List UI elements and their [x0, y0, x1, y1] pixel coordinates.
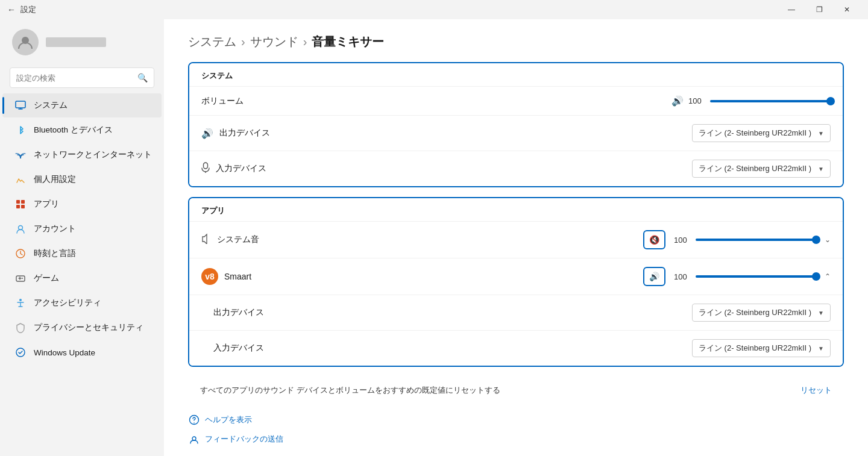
smaart-input-caret: ▼ [818, 345, 824, 352]
back-button[interactable]: ← [7, 5, 16, 14]
sidebar-item-system[interactable]: システム [2, 93, 162, 117]
sidebar-item-personalization[interactable]: 個人用設定 [2, 167, 162, 192]
sidebar-item-time-label: 時刻と言語 [34, 248, 76, 259]
sidebar-item-accounts[interactable]: アカウント [2, 217, 162, 241]
volume-text: ボリューム [201, 96, 244, 107]
user-name [46, 37, 106, 47]
reset-button[interactable]: リセット [800, 385, 832, 396]
reset-label: すべてのアプリのサウンド デバイスとボリュームをおすすめの既定値にリセットする [200, 385, 500, 396]
sidebar-item-network-label: ネットワークとインターネット [34, 149, 152, 160]
maximize-button[interactable]: ❐ [805, 0, 833, 19]
apps-card-header: アプリ [189, 198, 843, 221]
sidebar-item-privacy[interactable]: プライバシーとセキュリティ [2, 316, 162, 340]
system-card-header: システム [189, 63, 843, 86]
breadcrumb-current: 音量ミキサー [312, 34, 384, 50]
svg-point-11 [19, 299, 22, 301]
sidebar-item-windows-update[interactable]: Windows Update [2, 340, 162, 364]
input-device-value: ライン (2- Steinberg UR22mkII ) [699, 163, 811, 174]
breadcrumb: システム › サウンド › 音量ミキサー [188, 34, 844, 50]
feedback-text: フィードバックの送信 [205, 434, 283, 445]
input-label: 入力デバイス [201, 162, 274, 175]
accounts-icon [14, 223, 27, 235]
smaart-input-label: 入力デバイス [213, 343, 286, 354]
smaart-expanded: 出力デバイス ライン (2- Steinberg UR22mkII ) ▼ 入力… [189, 295, 843, 366]
search-icon[interactable]: 🔍 [137, 73, 148, 83]
search-box[interactable]: 🔍 [10, 67, 154, 88]
search-input[interactable] [16, 73, 137, 83]
sidebar-item-personalization-label: 個人用設定 [34, 174, 76, 185]
sidebar-item-accessibility[interactable]: アクセシビリティ [2, 291, 162, 315]
volume-thumb[interactable] [826, 97, 835, 105]
sidebar-item-accounts-label: アカウント [34, 223, 76, 234]
input-text: 入力デバイス [216, 163, 266, 174]
help-link[interactable]: ヘルプを表示 [188, 414, 844, 426]
sidebar-nav: システム Bluetooth とデバイス [0, 93, 164, 365]
smaart-output-value: ライン (2- Steinberg UR22mkII ) [699, 307, 811, 318]
smaart-input-dropdown[interactable]: ライン (2- Steinberg UR22mkII ) ▼ [692, 339, 831, 357]
sidebar: 🔍 システム Bluet [0, 19, 164, 456]
system-sound-icon [201, 233, 211, 246]
feedback-link[interactable]: フィードバックの送信 [188, 433, 844, 445]
time-icon [14, 248, 27, 260]
sidebar-item-system-label: システム [34, 100, 68, 111]
system-sound-chevron[interactable]: ⌄ [825, 236, 831, 244]
sidebar-item-privacy-label: プライバシーとセキュリティ [34, 322, 143, 333]
volume-row: ボリューム 🔊 100 [189, 86, 843, 115]
input-device-selector: ライン (2- Steinberg UR22mkII ) ▼ [692, 160, 831, 178]
output-device-row: 🔊 出力デバイス ライン (2- Steinberg UR22mkII ) ▼ [189, 115, 843, 151]
network-icon [14, 149, 27, 161]
sidebar-item-gaming[interactable]: ゲーム [2, 266, 162, 290]
gaming-icon [14, 272, 27, 284]
sidebar-item-network[interactable]: ネットワークとインターネット [2, 143, 162, 167]
input-device-dropdown[interactable]: ライン (2- Steinberg UR22mkII ) ▼ [692, 160, 831, 178]
smaart-output-row: 出力デバイス ライン (2- Steinberg UR22mkII ) ▼ [189, 295, 843, 330]
privacy-icon [14, 322, 27, 334]
user-section [0, 19, 164, 65]
breadcrumb-system[interactable]: システム [188, 34, 236, 50]
svg-point-16 [192, 437, 196, 440]
smaart-row: v8 Smaart 🔊 100 ⌃ [189, 258, 843, 295]
svg-rect-6 [21, 205, 25, 208]
svg-rect-4 [21, 200, 25, 204]
smaart-sound-icon[interactable]: 🔊 [649, 272, 659, 281]
volume-fill [710, 100, 831, 102]
smaart-slider[interactable] [696, 275, 816, 278]
footer-links: ヘルプを表示 フィードバックの送信 [188, 404, 844, 445]
output-label: 🔊 出力デバイス [201, 128, 274, 139]
volume-label: ボリューム [201, 96, 274, 107]
personalization-icon [14, 173, 27, 186]
sidebar-item-apps[interactable]: アプリ [2, 192, 162, 216]
sidebar-item-bluetooth[interactable]: Bluetooth とデバイス [2, 118, 162, 142]
volume-icon[interactable]: 🔊 [671, 95, 684, 107]
system-sound-thumb[interactable] [812, 236, 820, 244]
system-sound-slider[interactable] [696, 239, 816, 241]
volume-value: 100 [688, 96, 705, 105]
sidebar-item-time[interactable]: 時刻と言語 [2, 242, 162, 266]
help-text: ヘルプを表示 [205, 414, 252, 425]
system-sound-mute-icon[interactable]: 🔇 [649, 235, 659, 245]
smaart-input-text: 入力デバイス [213, 343, 264, 354]
output-device-dropdown[interactable]: ライン (2- Steinberg UR22mkII ) ▼ [692, 124, 831, 142]
volume-control: 🔊 100 [274, 95, 831, 107]
svg-point-2 [20, 157, 21, 158]
smaart-input-row: 入力デバイス ライン (2- Steinberg UR22mkII ) ▼ [189, 330, 843, 366]
smaart-chevron[interactable]: ⌃ [825, 272, 831, 281]
svg-rect-13 [204, 163, 208, 169]
avatar [12, 29, 39, 55]
system-sound-volume: 🔇 100 ⌄ [259, 230, 831, 249]
close-button[interactable]: ✕ [833, 0, 861, 19]
smaart-output-text: 出力デバイス [213, 307, 264, 318]
smaart-input-selector: ライン (2- Steinberg UR22mkII ) ▼ [692, 339, 831, 357]
system-card: システム ボリューム 🔊 100 🔊 [188, 62, 844, 187]
volume-slider[interactable] [710, 100, 831, 102]
minimize-button[interactable]: — [778, 0, 805, 19]
smaart-output-dropdown[interactable]: ライン (2- Steinberg UR22mkII ) ▼ [692, 304, 831, 322]
breadcrumb-sep1: › [241, 35, 245, 49]
smaart-value: 100 [674, 272, 691, 281]
smaart-thumb[interactable] [812, 272, 820, 281]
breadcrumb-sep2: › [303, 35, 307, 49]
titlebar-left: ← 設定 [7, 4, 36, 15]
svg-point-15 [193, 422, 195, 423]
breadcrumb-sound[interactable]: サウンド [250, 34, 298, 50]
smaart-icon: v8 [201, 268, 218, 285]
